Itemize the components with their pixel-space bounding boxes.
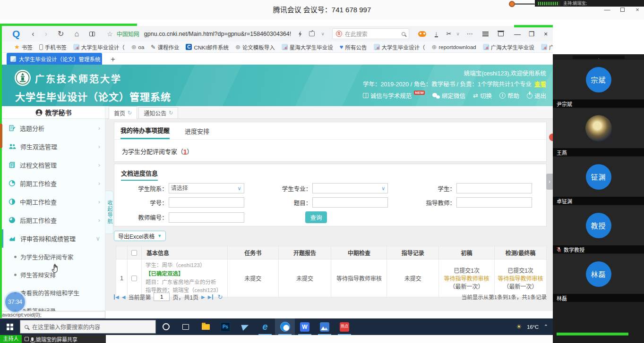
refresh-tab-icon[interactable]: ↻ <box>128 110 132 116</box>
bookmark-item[interactable]: 广海大学生毕业设 <box>483 43 534 51</box>
teacher-no-input[interactable] <box>169 212 244 223</box>
site-label[interactable]: 中国知网 <box>117 30 139 38</box>
prev-page-icon[interactable]: ◀ <box>122 294 126 300</box>
switch-role-link[interactable]: ⇄ 切换 <box>473 91 492 100</box>
new-tab-button[interactable]: + <box>111 54 115 65</box>
qq-browser-button[interactable] <box>275 318 295 335</box>
bookmark-item[interactable]: 大学生毕业设计（ <box>73 43 125 51</box>
tray-expand-icon[interactable]: ⌃ <box>544 324 548 330</box>
chevron-down-icon[interactable]: ∨ <box>321 31 325 36</box>
student-no-input[interactable] <box>169 197 244 208</box>
bookmark-item[interactable]: 手机书签 <box>39 43 67 51</box>
sidebar-item-review-defense[interactable]: 评审答辩和成绩管理∨ <box>2 229 105 248</box>
bookmark-item[interactable]: ♥所有公告 <box>340 43 367 51</box>
edge-button[interactable]: e <box>255 318 275 335</box>
home-icon[interactable]: ⌂ <box>74 30 79 38</box>
browser-search-box[interactable]: S 在此搜索 <box>332 28 410 39</box>
volume-slider[interactable] <box>514 3 535 5</box>
browser-minimize-icon[interactable]: — <box>510 30 524 38</box>
teacher-input[interactable] <box>456 197 532 208</box>
last-page-icon[interactable]: ▶ <box>208 294 213 300</box>
export-excel-button[interactable]: 导出Excel表格▼ <box>114 231 166 241</box>
file-explorer-button[interactable] <box>196 318 215 335</box>
bookmark-item[interactable]: 广二师大学 <box>541 43 553 51</box>
major-select[interactable] <box>312 183 388 193</box>
wps-button[interactable]: W <box>295 318 315 335</box>
menu-hamburger-icon[interactable] <box>482 32 489 36</box>
hotspot-button[interactable]: 热点 <box>335 318 354 335</box>
sidebar-item-mid-check[interactable]: 中期工作检查› <box>2 192 105 211</box>
participant-tile[interactable]: 教授 <box>553 205 644 245</box>
more-tools-icon[interactable]: ⋯ <box>467 30 473 37</box>
bookmark-item[interactable]: CCNKI邮件系统 <box>186 43 228 51</box>
meeting-timer[interactable]: 37:34 <box>4 291 26 313</box>
bookmark-item[interactable]: ★书签 <box>14 43 33 51</box>
topic-input[interactable] <box>312 197 388 208</box>
volume-slider-handle[interactable] <box>509 1 515 7</box>
dept-select[interactable]: 请选择 <box>169 183 244 193</box>
weather-icon[interactable]: ☀ <box>516 323 522 330</box>
student-input[interactable] <box>456 183 532 193</box>
sidebar-item-process-docs[interactable]: 过程文档管理› <box>2 156 105 174</box>
tab-notice[interactable]: 通知公告↻ <box>138 107 178 118</box>
theme-icon[interactable] <box>498 32 504 36</box>
bookmark-star-icon[interactable]: ☆ <box>107 30 113 38</box>
bookmark-item[interactable]: ⊕论文模板导入 <box>235 43 275 51</box>
refresh-tab-icon[interactable]: ↻ <box>169 110 173 116</box>
view-link[interactable]: 查看 <box>534 81 546 88</box>
row-checkbox[interactable] <box>131 276 137 281</box>
cortana-button[interactable] <box>156 318 176 335</box>
tab-home[interactable]: 首页↻ <box>109 106 137 119</box>
reload-list-icon[interactable]: ↻ <box>218 293 223 301</box>
back-icon[interactable]: ‹ <box>32 30 34 38</box>
task-view-button[interactable] <box>176 318 196 335</box>
flash-icon[interactable] <box>298 31 302 37</box>
search-icon[interactable] <box>402 32 405 36</box>
minimize-icon[interactable]: — <box>603 6 611 13</box>
screenshot-scissors-icon[interactable]: ✂ <box>447 30 452 37</box>
restore-icon[interactable] <box>618 6 626 13</box>
bookmark-item[interactable]: ⊕oa <box>131 43 145 50</box>
participant-tile[interactable] <box>553 108 644 148</box>
taskbar-search-box[interactable]: 在这里输入你要搜索的内容 <box>20 320 156 334</box>
tab-schedule[interactable]: 进度安排 <box>185 122 209 139</box>
game-center-icon[interactable] <box>418 31 426 37</box>
sidebar-item-dual-selection[interactable]: 师生双选管理› <box>2 137 105 156</box>
collapse-nav-tab[interactable]: 收起导航 <box>105 191 113 234</box>
browser-close-icon[interactable]: × <box>539 30 553 38</box>
refresh-icon[interactable]: ↻ <box>58 30 64 38</box>
help-link[interactable]: ! 帮助 <box>499 91 519 100</box>
participant-tile[interactable]: 钲渊 <box>553 156 644 197</box>
select-all-checkbox[interactable] <box>131 250 137 256</box>
participant-tile[interactable]: 宗斌 <box>553 59 644 100</box>
tab-todo-reminders[interactable]: 我的待办事项提醒 <box>120 122 170 139</box>
download-icon[interactable]: ↓ <box>435 31 438 37</box>
sidebar-item-late-check[interactable]: 后期工作检查› <box>2 211 105 229</box>
bookmark-item[interactable]: ⊕reportdownload <box>432 43 476 50</box>
browser-restore-icon[interactable]: ❐ <box>524 30 539 38</box>
forward-icon[interactable]: › <box>45 30 47 38</box>
qq-browser-logo-icon[interactable]: Q <box>12 28 20 40</box>
temperature[interactable]: 16°C <box>527 324 539 330</box>
query-button[interactable]: 查询 <box>305 211 327 223</box>
panel-expander-button[interactable]: › <box>546 174 553 190</box>
bookmark-item[interactable]: 大学生毕业设计（ <box>374 43 425 51</box>
next-page-icon[interactable]: ▶ <box>201 294 205 300</box>
todo-item[interactable]: 为学生分配评阅专家（1） <box>114 140 546 163</box>
participant-tile[interactable]: 林磊 <box>553 253 644 294</box>
sidebar-item-topic-analysis[interactable]: 选题分析› <box>2 119 105 137</box>
reading-mode-icon[interactable] <box>89 32 95 36</box>
screenshot-dropdown-icon[interactable]: ∨ <box>456 31 459 36</box>
page-number-input[interactable] <box>154 293 170 301</box>
wechat-bind-link[interactable]: 绑定微信 <box>432 91 465 100</box>
bookmark-item[interactable]: ✎课程作业 <box>151 43 179 51</box>
address-bar[interactable]: gpnu.co.cnki.net/Main.html?dp=gpnu&r=158… <box>144 31 295 37</box>
logout-link[interactable]: 退出 <box>527 91 546 100</box>
paper-plane-app-button[interactable] <box>235 318 255 335</box>
first-page-icon[interactable]: ◀ <box>114 294 119 300</box>
screen-share-banner[interactable]: 姚瑞宝的屏幕共享 <box>22 335 106 343</box>
browser-tab[interactable]: 大学生毕业设计（论文）管理系统 × <box>7 53 102 65</box>
start-button[interactable] <box>0 318 20 335</box>
share-icon[interactable] <box>309 31 314 36</box>
photoshop-button[interactable]: Ps <box>215 318 235 335</box>
